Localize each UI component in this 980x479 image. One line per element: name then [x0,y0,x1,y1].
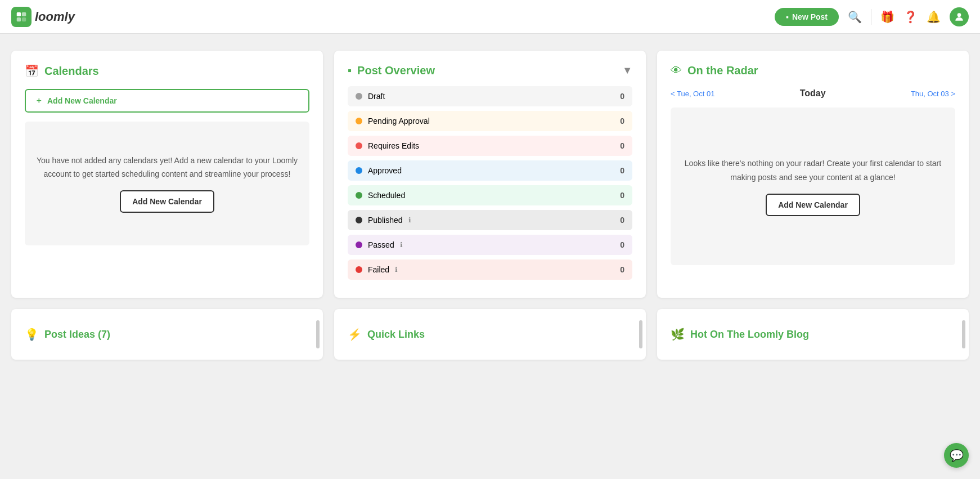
radar-title: On the Radar [687,64,758,77]
post-icon: ▪ [348,64,352,77]
gift-icon[interactable]: 🎁 [880,10,894,24]
header: loomly ▪ New Post 🔍 🎁 ❓ 🔔 [0,0,980,34]
post-overview-card: ▪ Post Overview ▼ Draft0Pending Approval… [334,51,646,298]
calendars-title: Calendars [44,65,99,78]
svg-rect-2 [17,17,21,21]
radar-add-calendar-button[interactable]: Add New Calendar [766,194,860,216]
radar-prev-link[interactable]: < Tue, Oct 01 [671,89,714,98]
status-dot-draft [356,93,362,100]
post-overview-title: Post Overview [357,64,435,77]
post-row-label-failed: Failed [368,265,389,274]
bottom-card-icon-2: 🌿 [671,328,685,341]
svg-rect-0 [17,12,21,16]
scroll-bar-2[interactable] [962,320,965,348]
filter-icon[interactable]: ▼ [622,65,632,77]
bottom-card-title-2: Hot On The Loomly Blog [690,329,809,341]
radar-next-link[interactable]: Thu, Oct 03 > [911,89,955,98]
post-icon: ▪ [786,12,789,21]
info-icon-passed[interactable]: ℹ [400,241,403,249]
bell-icon[interactable]: 🔔 [927,10,941,24]
post-count-pending: 0 [620,117,624,126]
main-content: 📅 Calendars ＋ Add New Calendar You have … [0,34,980,360]
post-row-label-approved: Approved [368,166,402,175]
logo-icon [11,7,32,27]
post-row-label-pending: Pending Approval [368,117,430,126]
help-icon[interactable]: ❓ [903,10,918,24]
calendar-icon: 📅 [25,64,39,78]
post-count-scheduled: 0 [620,191,624,200]
top-row: 📅 Calendars ＋ Add New Calendar You have … [11,51,969,298]
post-row-label-scheduled: Scheduled [368,191,405,200]
post-row-requires[interactable]: Requires Edits0 [348,136,632,156]
status-dot-published [356,217,362,223]
svg-rect-3 [22,17,26,21]
radar-empty-text: Looks like there's nothing on your radar… [682,156,944,185]
post-row-published[interactable]: Publishedℹ0 [348,210,632,230]
avatar[interactable] [950,7,969,26]
post-overview-header: ▪ Post Overview ▼ [348,64,632,77]
scroll-bar-0[interactable] [316,320,320,348]
bottom-card-icon-1: ⚡ [348,328,362,341]
status-dot-passed [356,241,362,248]
status-dot-requires [356,142,362,149]
calendars-header: 📅 Calendars [25,64,309,78]
new-post-button[interactable]: ▪ New Post [775,8,839,26]
bottom-card-title-1: Quick Links [367,329,425,341]
radar-navigation: < Tue, Oct 01 Today Thu, Oct 03 > [671,88,955,99]
calendars-card: 📅 Calendars ＋ Add New Calendar You have … [11,51,323,298]
scroll-bar-1[interactable] [639,320,642,348]
search-icon[interactable]: 🔍 [848,10,862,24]
post-row-failed[interactable]: Failedℹ0 [348,259,632,280]
svg-point-4 [957,13,961,17]
calendars-empty-text: You have not added any calendars yet! Ad… [36,154,298,181]
post-row-label-requires: Requires Edits [368,141,419,150]
bottom-card-2: 🌿Hot On The Loomly Blog [657,309,969,360]
post-count-draft: 0 [620,92,624,101]
header-divider [871,9,871,25]
calendars-empty-state: You have not added any calendars yet! Ad… [25,122,309,245]
post-overview-title-group: ▪ Post Overview [348,64,435,77]
radar-header: 👁 On the Radar [671,64,955,77]
plus-icon: ＋ [35,96,43,106]
post-count-requires: 0 [620,141,624,150]
logo-text: loomly [35,10,75,24]
bottom-card-0: 💡Post Ideas (7) [11,309,323,360]
status-dot-pending [356,118,362,124]
radar-card: 👁 On the Radar < Tue, Oct 01 Today Thu, … [657,51,969,298]
bottom-card-title-0: Post Ideas (7) [44,329,110,341]
post-row-draft[interactable]: Draft0 [348,86,632,106]
svg-rect-1 [22,12,26,16]
logo: loomly [11,7,75,27]
info-icon-published[interactable]: ℹ [408,216,411,224]
post-row-label-draft: Draft [368,92,385,101]
post-row-label-passed: Passed [368,240,394,249]
bottom-card-1: ⚡Quick Links [334,309,646,360]
post-count-passed: 0 [620,240,624,249]
post-row-approved[interactable]: Approved0 [348,160,632,181]
bottom-row: 💡Post Ideas (7)⚡Quick Links🌿Hot On The L… [11,309,969,360]
radar-empty-state: Looks like there's nothing on your radar… [671,108,955,265]
post-count-published: 0 [620,216,624,225]
add-calendar-outline-button[interactable]: ＋ Add New Calendar [25,89,309,113]
radar-icon: 👁 [671,64,682,77]
status-dot-approved [356,167,362,174]
add-calendar-solid-button[interactable]: Add New Calendar [120,190,214,213]
status-dot-scheduled [356,192,362,199]
bottom-card-icon-0: 💡 [25,328,39,341]
chat-bubble[interactable]: 💬 [944,443,969,468]
info-icon-failed[interactable]: ℹ [395,266,398,274]
radar-today-label: Today [800,88,826,99]
post-row-scheduled[interactable]: Scheduled0 [348,185,632,205]
post-rows: Draft0Pending Approval0Requires Edits0Ap… [348,86,632,280]
post-count-failed: 0 [620,265,624,274]
status-dot-failed [356,266,362,273]
post-row-pending[interactable]: Pending Approval0 [348,111,632,131]
post-row-label-published: Published [368,216,403,225]
post-count-approved: 0 [620,166,624,175]
post-row-passed[interactable]: Passedℹ0 [348,235,632,255]
header-actions: ▪ New Post 🔍 🎁 ❓ 🔔 [775,7,969,26]
